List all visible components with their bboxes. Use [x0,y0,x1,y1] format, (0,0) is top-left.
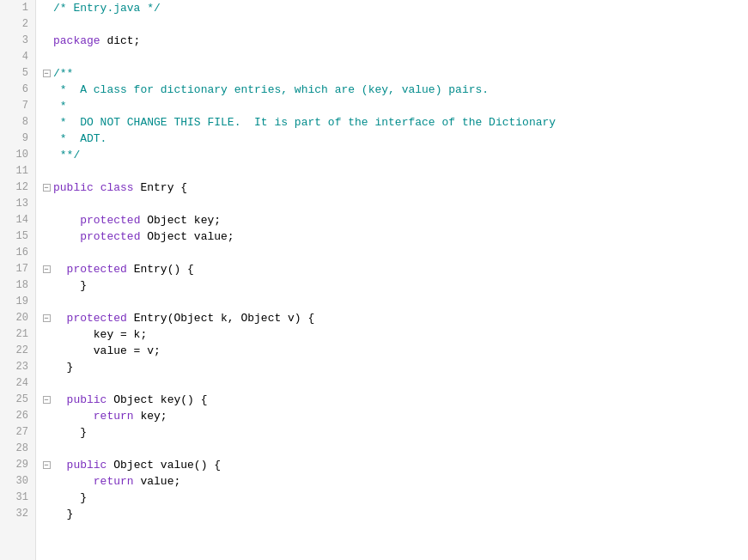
fold-gutter[interactable]: − [40,65,53,82]
code-text: key = k; [53,326,147,343]
token: } [53,279,87,292]
fold-gutter[interactable]: − [40,310,53,326]
line-number: 26 [0,408,35,424]
code-text: /** [53,65,73,82]
line-number: 14 [0,212,35,228]
code-text: protected Object value; [53,228,234,245]
token: class [100,181,134,194]
fold-gutter [40,114,53,131]
token: value = v; [53,344,161,357]
code-line: protected Object value; [40,228,748,245]
code-text: } [53,424,87,441]
code-line [40,49,748,65]
line-number: 28 [0,441,35,457]
fold-gutter [40,33,53,49]
fold-gutter [40,163,53,180]
code-text: **/ [53,147,80,163]
token [53,312,67,325]
fold-gutter [40,473,53,490]
code-line: return key; [40,408,748,424]
code-line: package dict; [40,33,748,49]
token: Entry { [134,181,187,194]
token: public [67,459,107,472]
token [53,410,94,423]
editor: 1234567891011121314151617181920212223242… [0,0,748,560]
line-number: 19 [0,294,35,310]
token: protected [67,263,127,276]
token: * ADT. [53,132,106,145]
token: } [53,361,73,374]
fold-gutter [40,98,53,114]
token: } [53,491,87,504]
code-text: /* Entry.java */ [53,0,161,16]
code-line: } [40,490,748,506]
token [53,263,67,276]
token [53,214,80,227]
fold-button[interactable]: − [43,184,51,192]
token: * DO NOT CHANGE THIS FILE. It is part of… [53,116,556,129]
token: * A class for dictionary entries, which … [53,83,489,96]
code-line: value = v; [40,343,748,359]
code-text [53,375,60,392]
fold-gutter [40,359,53,375]
code-text: } [53,506,73,522]
fold-gutter[interactable]: − [40,261,53,277]
line-number: 24 [0,375,35,392]
line-numbers: 1234567891011121314151617181920212223242… [0,0,36,560]
token: Object key; [140,214,221,227]
token: Object key() { [106,393,207,406]
code-line [40,196,748,212]
fold-button[interactable]: − [43,396,51,404]
code-text [53,294,60,310]
fold-gutter [40,82,53,98]
fold-gutter [40,294,53,310]
token: protected [80,230,140,243]
token: package [53,34,100,47]
line-number: 18 [0,277,35,294]
fold-gutter [40,408,53,424]
fold-gutter [40,375,53,392]
code-content[interactable]: /* Entry.java */ package dict; −/** * A … [36,0,748,560]
line-number: 4 [0,49,35,65]
code-line: } [40,277,748,294]
code-text [53,163,60,180]
fold-gutter[interactable]: − [40,457,53,473]
code-text: package dict; [53,33,140,49]
fold-gutter [40,343,53,359]
token [94,181,100,194]
code-text: * DO NOT CHANGE THIS FILE. It is part of… [53,114,556,131]
code-line: protected Object key; [40,212,748,228]
token: } [53,508,73,520]
code-text [53,16,60,33]
fold-gutter [40,16,53,33]
code-text: public class Entry { [53,180,187,196]
token: key; [134,410,167,423]
code-line: /* Entry.java */ [40,0,748,16]
fold-button[interactable]: − [43,70,51,77]
code-area: 1234567891011121314151617181920212223242… [0,0,748,560]
fold-gutter [40,0,53,16]
fold-gutter [40,424,53,441]
code-text: public Object value() { [53,457,221,473]
fold-gutter [40,212,53,228]
code-text: return value; [53,473,180,490]
fold-gutter[interactable]: − [40,180,53,196]
code-line [40,441,748,457]
fold-gutter[interactable]: − [40,392,53,408]
fold-gutter [40,131,53,147]
line-number: 5 [0,65,35,82]
line-number: 27 [0,424,35,441]
code-line: **/ [40,147,748,163]
line-number: 12 [0,180,35,196]
code-line: return value; [40,473,748,490]
line-number: 29 [0,457,35,473]
line-number: 2 [0,16,35,33]
code-line: −public class Entry { [40,180,748,196]
fold-button[interactable]: − [43,461,51,469]
code-line [40,245,748,261]
fold-button[interactable]: − [43,314,51,322]
token: key = k; [53,328,147,341]
fold-button[interactable]: − [43,265,51,273]
code-text: protected Object key; [53,212,221,228]
token: return [94,475,134,488]
